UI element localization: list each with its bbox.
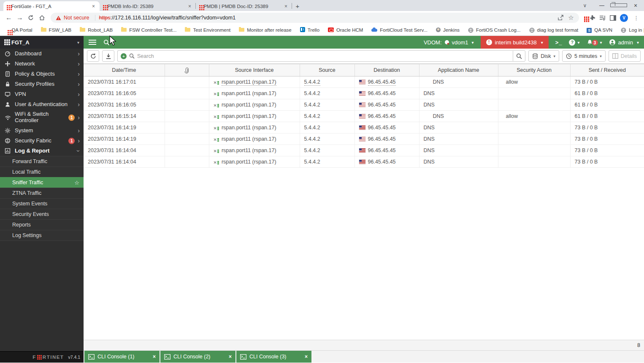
new-tab-button[interactable]: + xyxy=(292,1,303,11)
bookmark-fsw-lab[interactable]: FSW_LAB xyxy=(38,26,75,34)
sidebar-subitem-log-settings[interactable]: Log Settings xyxy=(0,230,84,240)
sidebar-item-vpn[interactable]: VPN› xyxy=(0,89,84,99)
bookmark-test-environment[interactable]: Test Environment xyxy=(181,26,234,34)
column-header-sent-received[interactable]: Sent / Received xyxy=(570,64,644,76)
share-icon[interactable] xyxy=(557,15,564,21)
column-header-date-time[interactable]: Date/Time xyxy=(84,64,165,76)
column-header-source[interactable]: Source xyxy=(300,64,354,76)
side-panel-icon[interactable] xyxy=(610,15,616,21)
extensions-puzzle-icon[interactable] xyxy=(589,15,595,21)
profile-avatar[interactable]: V xyxy=(620,14,628,22)
window-menu-icon[interactable]: ∨ xyxy=(576,3,593,8)
cli-console-tab[interactable]: CLI Console (2)× xyxy=(160,351,235,363)
column-header-application-name[interactable]: Application Name xyxy=(419,64,498,76)
sidebar-item-log-report[interactable]: Log & Report› xyxy=(0,146,84,156)
sidebar-item-dashboard[interactable]: Dashboard› xyxy=(0,49,84,59)
cli-console-icon[interactable]: >_ xyxy=(555,39,563,46)
bookmark-star-icon[interactable]: ☆ xyxy=(568,14,574,22)
notifications-menu[interactable]: 3 ▾ xyxy=(587,39,602,46)
close-icon[interactable]: × xyxy=(627,2,644,9)
security-status[interactable]: Not secure xyxy=(64,15,89,21)
add-filter-icon[interactable]: + xyxy=(121,53,127,59)
table-row[interactable]: 2023/07/31 16:14:19✕rspan.port11 (rspan.… xyxy=(84,122,644,134)
bookmark-diag-log-test-format[interactable]: diag log test format xyxy=(526,26,582,34)
browser-tab[interactable]: FortiGate - FGT_A× xyxy=(3,1,100,11)
close-icon[interactable]: × xyxy=(305,354,308,360)
browser-menu-icon[interactable]: ⋮ xyxy=(632,15,641,21)
bookmark-monitor-after-release[interactable]: Monitor after release xyxy=(235,26,295,34)
table-row[interactable]: 2023/07/31 16:17:01✕rspan.port11 (rspan.… xyxy=(84,76,644,88)
bookmark-fortios-crash-log[interactable]: FortiOS Crash Log... xyxy=(465,26,524,34)
table-row[interactable]: 2023/07/31 16:14:19✕rspan.port11 (rspan.… xyxy=(84,134,644,145)
column-header-attachment[interactable] xyxy=(165,64,209,76)
tab-close-icon[interactable]: × xyxy=(91,3,96,9)
sidebar-subitem-local-traffic[interactable]: Local Traffic xyxy=(0,166,84,177)
vdom-selector[interactable]: VDOM: vdom1 ▾ xyxy=(424,39,474,46)
sidebar-item-user-authentication[interactable]: User & Authentication› xyxy=(0,99,84,109)
bookmark-robot-lab[interactable]: Robot_LAB xyxy=(76,26,116,34)
home-icon[interactable] xyxy=(36,12,47,23)
sidebar-item-policy-objects[interactable]: Policy & Objects› xyxy=(0,69,84,79)
cli-console-tab[interactable]: CLI Console (1)× xyxy=(84,351,160,363)
hostname-selector[interactable]: FGT_A ▾ xyxy=(0,36,84,49)
bookmark-fsw-controller-test[interactable]: FSW Controller Test... xyxy=(118,26,180,34)
bookmark-forticloud-test-serv[interactable]: FortiCloud Test Serv... xyxy=(368,26,431,34)
bookmark-qa-portal[interactable]: QA Portal xyxy=(4,26,36,34)
user-menu[interactable]: admin ▾ xyxy=(609,39,639,46)
back-icon[interactable]: ← xyxy=(3,12,14,23)
search-submit-button[interactable] xyxy=(513,50,525,62)
sidebar-subitem-ztna-traffic[interactable]: ZTNA Traffic xyxy=(0,188,84,198)
sidebar-item-system[interactable]: System› xyxy=(0,126,84,136)
sidebar-subitem-security-events[interactable]: Security Events xyxy=(0,209,84,219)
download-button[interactable] xyxy=(102,50,114,62)
close-icon[interactable]: × xyxy=(229,354,232,360)
sidebar-subitem-reports[interactable]: Reports xyxy=(0,219,84,230)
build-alert-button[interactable]: ! interim build2438 ▾ xyxy=(481,36,549,49)
search-field[interactable]: + xyxy=(117,50,513,62)
reload-icon[interactable] xyxy=(25,12,36,23)
svn-icon: S xyxy=(587,27,592,33)
column-header-source-interface[interactable]: Source Interface xyxy=(209,64,300,76)
browser-tab[interactable]: PMDB | PMDB Doc-ID: 25389× xyxy=(196,1,292,11)
help-menu[interactable]: ? ▾ xyxy=(569,39,579,46)
fortinet-extension-icon[interactable] xyxy=(584,16,585,18)
address-bar[interactable]: Not secure https://172.16.116.111/log/vi… xyxy=(51,13,579,23)
refresh-button[interactable] xyxy=(87,50,99,62)
minimize-icon[interactable]: — xyxy=(593,3,610,8)
bookmark-log-in-psirt[interactable]: Log in | PSIRT xyxy=(617,26,644,34)
tab-close-icon[interactable]: × xyxy=(187,3,192,9)
sidebar-item-network[interactable]: Network› xyxy=(0,59,84,69)
log-location-dropdown[interactable]: Disk ▾ xyxy=(528,50,559,62)
collapse-menu-icon[interactable] xyxy=(89,40,96,45)
sidebar-item-security-fabric[interactable]: Security Fabric1› xyxy=(0,136,84,146)
forward-icon[interactable]: → xyxy=(14,12,25,23)
browser-tab[interactable]: PMDB Info-ID: 25389× xyxy=(100,1,196,11)
fortinet-logo: FRTINET xyxy=(32,355,64,360)
sidebar-subitem-forward-traffic[interactable]: Forward Traffic xyxy=(0,156,84,166)
table-row[interactable]: 2023/07/31 16:15:14✕rspan.port11 (rspan.… xyxy=(84,111,644,122)
close-icon[interactable]: × xyxy=(153,354,156,360)
table-row[interactable]: 2023/07/31 16:16:05✕rspan.port11 (rspan.… xyxy=(84,99,644,111)
sidebar-item-security-profiles[interactable]: Security Profiles› xyxy=(0,79,84,89)
global-search-icon[interactable] xyxy=(103,39,110,46)
column-header-security-action[interactable]: Security Action xyxy=(498,64,570,76)
table-row[interactable]: 2023/07/31 16:16:05✕rspan.port11 (rspan.… xyxy=(84,88,644,99)
search-input[interactable] xyxy=(137,53,510,59)
details-button[interactable]: Details xyxy=(609,50,641,62)
time-range-dropdown[interactable]: 5 minutes ▾ xyxy=(562,50,606,62)
reading-list-icon[interactable] xyxy=(599,15,606,21)
cli-console-tab[interactable]: CLI Console (3)× xyxy=(236,351,311,363)
sidebar-item-wifi-switch-controller[interactable]: WiFi & Switch Controller1› xyxy=(0,109,84,126)
column-header-destination[interactable]: Destination xyxy=(354,64,419,76)
tab-close-icon[interactable]: × xyxy=(283,3,289,9)
maximize-icon[interactable] xyxy=(610,3,627,8)
bookmark-oracle-hcm[interactable]: Oracle HCM xyxy=(325,26,366,34)
sidebar-subitem-sniffer-traffic[interactable]: Sniffer Traffic☆ xyxy=(0,177,84,188)
bookmark-jenkins[interactable]: Jenkins xyxy=(433,26,463,34)
bookmark-qa-svn[interactable]: SQA SVN xyxy=(583,26,616,34)
favorite-star-icon[interactable]: ☆ xyxy=(74,180,79,186)
table-row[interactable]: 2023/07/31 16:14:04✕rspan.port11 (rspan.… xyxy=(84,145,644,156)
table-row[interactable]: 2023/07/31 16:14:04✕rspan.port11 (rspan.… xyxy=(84,156,644,168)
sidebar-subitem-system-events[interactable]: System Events xyxy=(0,198,84,209)
bookmark-trello[interactable]: Trello xyxy=(297,26,323,34)
